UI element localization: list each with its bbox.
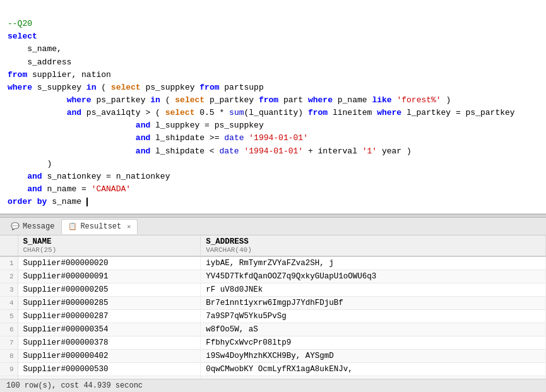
cell-s-name: Supplier#000000530 <box>18 363 201 376</box>
cell-s-name: Supplier#000000205 <box>18 283 201 297</box>
table-row[interactable]: 8 Supplier#000000402 i9Sw4DoyMhzhKXCH9By… <box>0 350 546 363</box>
tab-resultset-label: Resultset <box>80 222 121 231</box>
cell-s-name: Supplier#000000354 <box>18 323 201 336</box>
row-number: 4 <box>0 297 18 310</box>
row-number: 3 <box>0 283 18 297</box>
row-number: 8 <box>0 350 18 363</box>
row-number: 9 <box>0 363 18 376</box>
cell-s-address: i9Sw4DoyMhzhKXCH9By, AYSgmD <box>201 350 546 363</box>
table-row[interactable]: 3 Supplier#000000205 rF uV8d0JNEk <box>0 283 546 297</box>
tab-bar: 💬 Message 📋 Resultset ✕ <box>0 218 546 235</box>
col-header-s-address: S_ADDRESS VARCHAR(40) <box>201 235 546 256</box>
row-number: 7 <box>0 336 18 350</box>
col-header-s-name: S_NAME CHAR(25) <box>18 235 201 256</box>
resultset-icon: 📋 <box>68 222 77 230</box>
cell-s-name: Supplier#000000020 <box>18 256 201 270</box>
row-number: 1 <box>0 256 18 270</box>
status-text: 100 row(s), cost 44.939 seconc <box>6 381 143 390</box>
row-number: 2 <box>0 270 18 283</box>
row-number: 5 <box>0 310 18 323</box>
result-tbody: 1 Supplier#000000020 iybAE, RmTymrZVYaFZ… <box>0 256 546 379</box>
cell-s-address: iybAE, RmTymrZVYaFZva2SH, j <box>201 256 546 270</box>
cell-s-address: w8fOo5W, aS <box>201 323 546 336</box>
cell-s-address: 7a9SP7qW5Yku5PvSg <box>201 310 546 323</box>
table-row[interactable]: 7 Supplier#000000378 FfbhyCxWvcPr08ltp9 <box>0 336 546 350</box>
cell-s-name: Supplier#000000402 <box>18 350 201 363</box>
tab-resultset[interactable]: 📋 Resultset ✕ <box>61 219 138 234</box>
result-table-wrapper[interactable]: S_NAME CHAR(25) S_ADDRESS VARCHAR(40) 1 … <box>0 235 546 379</box>
cell-s-name: Supplier#000000091 <box>18 270 201 283</box>
message-icon: 💬 <box>11 222 20 230</box>
cell-s-address: YV45D7TkfdQanOOZ7q9QxkyGUapU1oOWU6q3 <box>201 270 546 283</box>
tab-close-icon[interactable]: ✕ <box>127 223 131 230</box>
bottom-panel: 💬 Message 📋 Resultset ✕ S_NAME CHAR(25) … <box>0 218 546 392</box>
tab-message[interactable]: 💬 Message <box>4 219 61 234</box>
cell-s-name: Supplier#000000287 <box>18 310 201 323</box>
cell-s-name: Supplier#000000285 <box>18 297 201 310</box>
result-table: S_NAME CHAR(25) S_ADDRESS VARCHAR(40) 1 … <box>0 235 546 379</box>
table-row[interactable]: 6 Supplier#000000354 w8fOo5W, aS <box>0 323 546 336</box>
table-header-row: S_NAME CHAR(25) S_ADDRESS VARCHAR(40) <box>0 235 546 256</box>
cell-s-address: rF uV8d0JNEk <box>201 283 546 297</box>
code-editor[interactable]: --Q20 select s_name, s_address from supp… <box>0 0 546 214</box>
table-row[interactable]: 5 Supplier#000000287 7a9SP7qW5Yku5PvSg <box>0 310 546 323</box>
cell-s-address: FfbhyCxWvcPr08ltp9 <box>201 336 546 350</box>
cell-s-address: 0qwCMwobKY OcmLyfRX1agA8ukENJv, <box>201 363 546 376</box>
row-number: 6 <box>0 323 18 336</box>
row-num-header <box>0 235 18 256</box>
cell-s-name: Supplier#000000378 <box>18 336 201 350</box>
tab-message-label: Message <box>23 222 54 231</box>
table-row[interactable]: 4 Supplier#000000285 Br7e1nnt1yxrw6ImgpJ… <box>0 297 546 310</box>
table-row[interactable]: 9 Supplier#000000530 0qwCMwobKY OcmLyfRX… <box>0 363 546 376</box>
cell-s-address: Br7e1nnt1yxrw6ImgpJ7YdhFDjuBf <box>201 297 546 310</box>
table-row[interactable]: 1 Supplier#000000020 iybAE, RmTymrZVYaFZ… <box>0 256 546 270</box>
status-bar: 100 row(s), cost 44.939 seconc <box>0 379 546 392</box>
table-row[interactable]: 2 Supplier#000000091 YV45D7TkfdQanOOZ7q9… <box>0 270 546 283</box>
